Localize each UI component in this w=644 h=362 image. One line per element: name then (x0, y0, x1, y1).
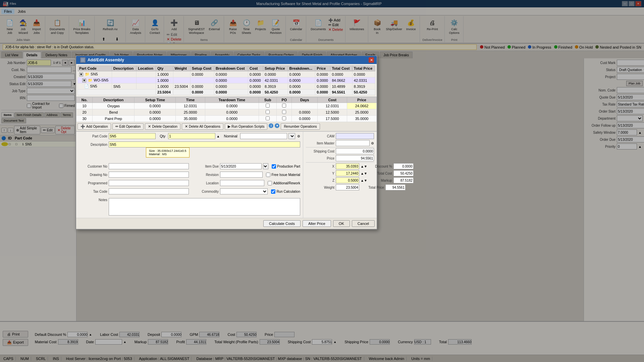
info-circle-1[interactable]: i (269, 123, 273, 128)
drawing-no-input[interactable] (109, 172, 189, 178)
customer-no-label: Customer No (79, 165, 107, 168)
ops-row-10[interactable]: 10 Oxygas 0.0000 12.0331 0.0000 12.0331 … (76, 103, 377, 109)
ops-row-20[interactable]: 20 Bend 0.0000 25.0000 0.0000 0.0000 12.… (76, 109, 377, 116)
th-total-cost: Total Cost (330, 66, 352, 71)
add-edit-assembly-modal: □ Add/Edit Assembly ✕ Part Code Descript… (75, 55, 377, 230)
add-operation-btn[interactable]: ➕ Add Operation (77, 123, 111, 130)
modal-expand-icon[interactable]: □ (80, 57, 86, 63)
row3-location (137, 83, 156, 89)
run-calculation-check[interactable]: Run Calculation (271, 189, 300, 194)
z-spin[interactable]: ▲▼ (361, 179, 367, 182)
nominal-input[interactable] (240, 133, 287, 139)
item-master-input[interactable] (336, 140, 370, 146)
th-qty: Qty (156, 66, 173, 71)
th-breakdown: Breakdown... (288, 66, 315, 71)
location-input[interactable] (220, 180, 264, 186)
qty-spin-up[interactable]: ▲ (217, 134, 220, 138)
total-price-input[interactable] (385, 184, 406, 190)
row2-expand[interactable]: ▼ (82, 78, 86, 82)
z-input[interactable] (336, 177, 359, 183)
op-setup-30: 0.0000 (135, 116, 176, 122)
assembly-row-sn5-sub[interactable]: 📄 SN5 SN5 1.0000 23.5004 0.0000 0.0000 0… (78, 83, 375, 89)
edit-op-icon: ✏ (115, 124, 118, 129)
cam-input[interactable] (336, 133, 374, 139)
price-input[interactable] (336, 155, 374, 161)
modal-title: Add/Edit Assembly (88, 58, 124, 62)
description-tooltip: Size : 35.0393x17.2441x0.5 Material : MS (146, 147, 190, 158)
shipping-cost-input[interactable] (336, 148, 374, 154)
part-code-form-input[interactable] (109, 133, 156, 139)
th-description: Description (112, 66, 136, 71)
assembly-row-sn5-top[interactable]: ▼ 📁 SN5 1.0000 0.0000 0.0000 0.0000 0.00… (78, 71, 375, 77)
revision-input[interactable] (220, 172, 263, 178)
tax-code-label: Tax Code (79, 190, 107, 193)
total-label (78, 89, 156, 95)
op-time-30: 35.0000 (176, 116, 205, 122)
op-price-10: 24.0662 (347, 103, 377, 109)
add-op-icon: ➕ (80, 124, 85, 129)
modal-overlay: □ Add/Edit Assembly ✕ Part Code Descript… (0, 0, 644, 362)
y-label: Y (306, 172, 334, 175)
qty-input[interactable] (168, 133, 215, 139)
discount-pct-input[interactable] (393, 163, 414, 169)
programmed-input[interactable] (109, 180, 189, 186)
calculate-costs-btn[interactable]: Calculate Costs (263, 220, 301, 227)
free-issue-check[interactable]: Free Issue Material (266, 173, 300, 177)
y-input[interactable] (336, 170, 359, 176)
commodity-select[interactable] (220, 188, 268, 194)
edit-operation-btn[interactable]: ✏ Edit Operation (112, 123, 144, 130)
notes-textarea[interactable] (109, 198, 300, 216)
assembly-row-wo-sn5[interactable]: ▼ 📁 WO-SN5 1.0000 0.0000 0.0000 42.0331 (78, 77, 375, 83)
ops-row-30[interactable]: 30 Paint Prep 0.0000 35.0000 0.0000 0.00… (76, 116, 377, 122)
item-due-input[interactable] (220, 163, 262, 169)
additional-rework-check[interactable]: Additional/Rework (268, 181, 300, 185)
row1-expand[interactable]: ▼ (79, 72, 83, 76)
cancel-btn[interactable]: Cancel (352, 220, 375, 227)
total-breakdown: 0.0000 (288, 89, 315, 95)
y-spin[interactable]: ▲▼ (361, 172, 367, 175)
row1-breakdown: 0.0000 (288, 71, 315, 77)
delete-all-operations-btn[interactable]: ✕ Delete All Operations (182, 123, 223, 130)
nominal-label: Nominal (224, 134, 237, 138)
alter-price-btn[interactable]: Alter Price (303, 220, 331, 227)
op-days-30: 0.0000 (292, 116, 318, 122)
op-cost-30: 17.5000 (318, 116, 347, 122)
cam-label: CAM (306, 134, 334, 138)
total-cost-input[interactable] (393, 170, 414, 176)
z-label: Z (306, 179, 334, 182)
modal-close-btn[interactable]: ✕ (369, 57, 374, 63)
delete-operation-btn[interactable]: ✕ Delete Operation (145, 123, 180, 130)
info-circle-2[interactable]: ▼ (275, 123, 279, 128)
x-input[interactable] (336, 163, 359, 169)
op-teardown-20: 0.0000 (205, 109, 259, 116)
weight-input[interactable] (336, 184, 359, 190)
row1-total-cost: 0.0000 (330, 71, 352, 77)
op-sub-10 (259, 103, 277, 109)
total-cost: 0.0000 (248, 89, 263, 95)
row3-price: 0.0000 (315, 83, 330, 89)
renumber-ops-btn[interactable]: Renumber Operations (281, 123, 320, 130)
row3-cost: 0.0000 (248, 83, 263, 89)
tax-code-input[interactable] (109, 188, 189, 194)
run-op-scripts-btn[interactable]: ▶ Run Operation Scripts (225, 123, 267, 130)
row2-setup-price: 42.0331 (263, 77, 288, 83)
nominal-edit-btn[interactable]: ⚙ (297, 134, 300, 138)
nominal-select[interactable] (288, 133, 295, 139)
production-part-check[interactable]: Production Part (272, 164, 300, 169)
ops-th-cost: Cost (318, 97, 347, 103)
ok-btn[interactable]: OK (333, 220, 350, 227)
row1-part-code: ▼ 📁 SN5 (78, 71, 112, 77)
total-total-cost: 94.5561 (330, 89, 352, 95)
row2-total-price: 42.0331 (352, 77, 375, 83)
item-due-select[interactable] (263, 163, 268, 169)
row1-desc (112, 71, 136, 77)
ops-section: No. Description Setup Time Time Teardown… (76, 97, 377, 131)
x-spin[interactable]: ▲▼ (361, 165, 367, 168)
item-master-browse[interactable]: ⚙ (371, 141, 374, 145)
customer-no-input[interactable] (109, 163, 189, 169)
th-setup-cost: Setup Cost (191, 66, 214, 71)
row3-part-code: 📄 SN5 (78, 83, 112, 89)
notes-label: Notes (79, 198, 107, 202)
markup-input[interactable] (393, 177, 414, 183)
description-input[interactable] (109, 141, 300, 147)
